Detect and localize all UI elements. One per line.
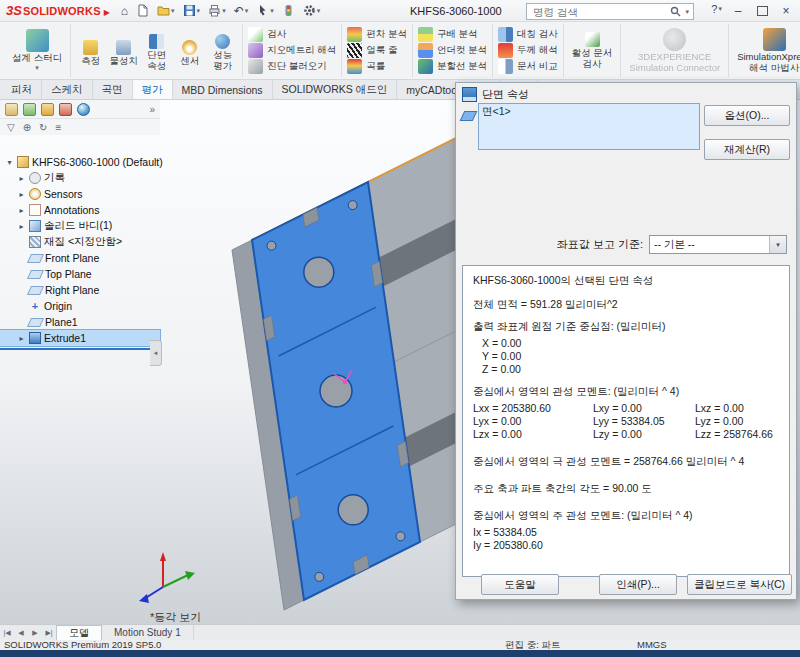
- tree-item-part-root[interactable]: ▾ KHFS6-3060-1000 (Default): [0, 154, 160, 170]
- maximize-button[interactable]: [750, 0, 774, 22]
- command-search[interactable]: ▾: [526, 3, 694, 20]
- thickness-analysis-button[interactable]: 두께 해석: [496, 43, 560, 59]
- expand-arrow-icon[interactable]: ▸: [17, 206, 26, 215]
- tab-features[interactable]: 피처: [2, 80, 42, 99]
- options-dialog-button[interactable]: 옵션(O)...: [704, 105, 790, 126]
- tree-item-origin[interactable]: + Origin: [0, 298, 160, 314]
- symmetry-check-button[interactable]: 대칭 검사: [496, 27, 560, 43]
- tab-model[interactable]: 모델: [56, 625, 102, 640]
- measure-button[interactable]: 측정: [74, 36, 107, 66]
- annotations-icon: [29, 204, 41, 216]
- tab-scroll-prev-icon[interactable]: ◀: [14, 625, 28, 640]
- 3dexperience-simulation-connector-button[interactable]: 3DEXPERIENCE Simulation Connector: [624, 28, 725, 74]
- minimize-button[interactable]: –: [726, 0, 750, 22]
- save-button[interactable]: ▾: [180, 3, 204, 18]
- options-button[interactable]: ▾: [300, 3, 324, 18]
- show-options-icon[interactable]: ⊕: [23, 122, 31, 133]
- tree-item-front-plane[interactable]: Front Plane: [0, 250, 160, 266]
- copy-to-clipboard-button[interactable]: 클립보드로 복사(C): [687, 574, 792, 595]
- tab-evaluate[interactable]: 평가: [133, 80, 173, 99]
- geometry-analysis-button[interactable]: 지오메트리 해석: [246, 43, 338, 59]
- expand-arrow-icon[interactable]: ▸: [17, 174, 26, 183]
- parting-line-analysis-button[interactable]: 분할선 분석: [416, 59, 489, 75]
- simulationxpress-wizard-button[interactable]: SimulationXpress 해석 마법사: [732, 28, 800, 74]
- rebuild-button[interactable]: [279, 3, 298, 18]
- close-button[interactable]: ×: [774, 0, 798, 22]
- tree-item-solid-bodies[interactable]: ▸ 솔리드 바디(1): [0, 218, 160, 234]
- undo-button[interactable]: ↶ ▾: [231, 4, 252, 18]
- search-icon: [670, 6, 681, 17]
- chevron-down-icon[interactable]: ▾: [685, 8, 689, 16]
- expand-arrow-icon[interactable]: ▸: [17, 190, 26, 199]
- zebra-stripes-button[interactable]: 얼룩 줄: [345, 43, 409, 59]
- rollback-bar[interactable]: [0, 348, 152, 350]
- selection-listbox[interactable]: 면<1>: [478, 103, 700, 150]
- displaymanager-tab-icon[interactable]: [77, 103, 90, 116]
- new-document-button[interactable]: [133, 3, 152, 18]
- tree-item-extrude1[interactable]: ▸ Extrude1: [0, 330, 160, 346]
- check-button[interactable]: 검사: [246, 27, 338, 43]
- open-button[interactable]: ▾: [154, 3, 178, 18]
- configurationmanager-tab-icon[interactable]: [41, 103, 54, 116]
- tree-item-material[interactable]: 재질 <지정안함>: [0, 234, 160, 250]
- check-active-document-button[interactable]: 활성 문서 검사: [567, 32, 618, 70]
- chevron-down-icon[interactable]: ▾: [769, 236, 786, 253]
- compare-documents-button[interactable]: 문서 비교: [496, 59, 560, 75]
- performance-evaluation-button[interactable]: 성능 평가: [206, 30, 239, 71]
- recalculate-button[interactable]: 재계산(R): [704, 139, 790, 160]
- featuremanager-tab-icon[interactable]: [5, 103, 18, 116]
- deviation-analysis-button[interactable]: 편차 분석: [345, 27, 409, 43]
- chevron-down-icon[interactable]: ▾: [718, 5, 722, 13]
- home-button[interactable]: ⌂: [118, 4, 131, 18]
- section-properties-icon: [462, 87, 477, 102]
- undercut-analysis-button[interactable]: 언더컷 분석: [416, 43, 489, 59]
- coordinate-system-select[interactable]: -- 기본 -- ▾: [649, 235, 787, 254]
- sensor-button[interactable]: 센서: [173, 36, 206, 66]
- tab-solidworks-addins[interactable]: SOLIDWORKS 애드인: [273, 80, 398, 99]
- status-units[interactable]: MMGS: [637, 640, 667, 650]
- filter-icon[interactable]: ▽: [7, 122, 15, 133]
- tree-item-top-plane[interactable]: Top Plane: [0, 266, 160, 282]
- refresh-icon[interactable]: ↻: [39, 122, 47, 133]
- tab-scroll-last-icon[interactable]: ▶|: [42, 625, 56, 640]
- tab-mbd-dimensions[interactable]: MBD Dimensions: [173, 80, 273, 99]
- selected-face-item[interactable]: 면<1>: [482, 105, 696, 119]
- tab-surfaces[interactable]: 곡면: [93, 80, 133, 99]
- dimxpertmanager-tab-icon[interactable]: [59, 103, 72, 116]
- tree-item-annotations[interactable]: ▸ Annotations: [0, 202, 160, 218]
- report-centroid-header: 출력 좌표계 원점 기준 중심점: (밀리미터): [473, 320, 779, 333]
- propertymanager-tab-icon[interactable]: [23, 103, 36, 116]
- tab-scroll-next-icon[interactable]: ▶: [28, 625, 42, 640]
- plane-icon: [27, 270, 44, 279]
- section-properties-button[interactable]: 단면 속성: [140, 30, 173, 71]
- help-dialog-button[interactable]: 도움말: [481, 574, 559, 595]
- simulationxpress-icon: [763, 28, 786, 51]
- expanded-arrow-icon[interactable]: ▾: [5, 158, 14, 167]
- panel-collapse-handle[interactable]: ◂: [150, 340, 162, 366]
- design-study-button[interactable]: 설계 스터디 ▾: [7, 29, 67, 72]
- dialog-title: 단면 속성: [482, 87, 529, 102]
- mass-properties-button[interactable]: 물성치: [107, 36, 140, 66]
- tab-sketch[interactable]: 스케치: [42, 80, 93, 99]
- tab-motion-study[interactable]: Motion Study 1: [102, 625, 194, 640]
- print-dialog-button[interactable]: 인쇄(P)...: [599, 574, 677, 595]
- sensors-icon: [29, 188, 41, 200]
- search-input[interactable]: [531, 5, 666, 19]
- close-icon: ×: [782, 4, 789, 18]
- help-button[interactable]: ?: [711, 3, 717, 15]
- expand-arrow-icon[interactable]: ▸: [17, 334, 26, 343]
- tab-scroll-first-icon[interactable]: |◀: [0, 625, 14, 640]
- tree-item-sensors[interactable]: ▸ Sensors: [0, 186, 160, 202]
- dialog-titlebar[interactable]: 단면 속성: [456, 83, 796, 103]
- display-pane-icon[interactable]: ≡: [55, 122, 61, 133]
- expand-arrow-icon[interactable]: ▸: [17, 222, 26, 231]
- tree-item-history[interactable]: ▸ 기록: [0, 170, 160, 186]
- select-button[interactable]: ▾: [253, 3, 277, 18]
- panel-overflow-icon[interactable]: »: [149, 104, 155, 115]
- draft-analysis-button[interactable]: 구배 분석: [416, 27, 489, 43]
- tree-item-right-plane[interactable]: Right Plane: [0, 282, 160, 298]
- print-button[interactable]: ▾: [205, 3, 229, 18]
- import-diagnostics-button[interactable]: 진단 불러오기: [246, 59, 338, 75]
- tree-item-plane1[interactable]: Plane1: [0, 314, 160, 330]
- curvature-button[interactable]: 곡률: [345, 59, 409, 75]
